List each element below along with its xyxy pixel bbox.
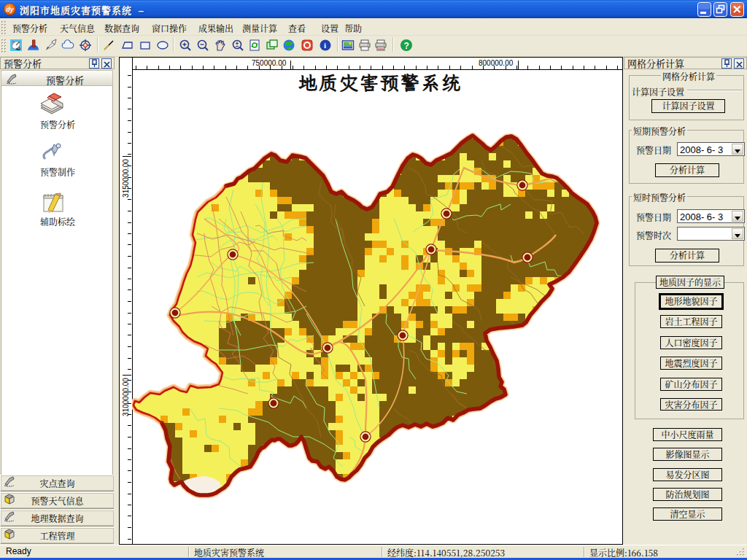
- svg-text:?: ?: [404, 41, 409, 51]
- svg-text:i: i: [324, 41, 326, 50]
